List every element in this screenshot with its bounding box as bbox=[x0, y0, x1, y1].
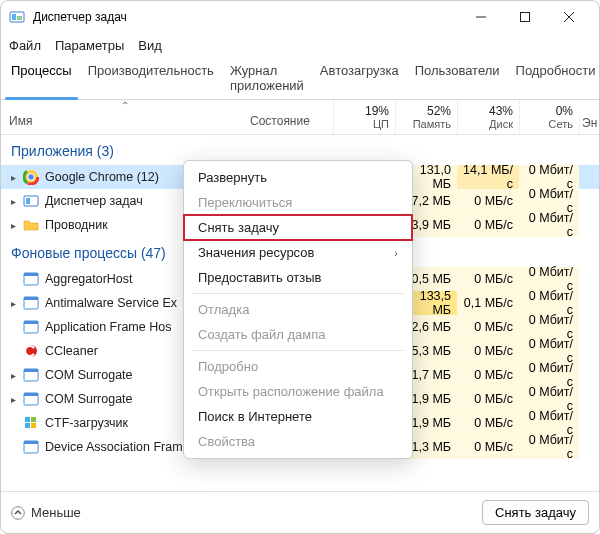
expand-arrow-icon[interactable]: ▸ bbox=[7, 298, 19, 309]
svg-rect-15 bbox=[24, 273, 38, 276]
menu-file[interactable]: Файл bbox=[9, 38, 41, 53]
cell-disk: 0 МБ/с bbox=[457, 315, 519, 339]
process-icon bbox=[23, 169, 39, 185]
expand-arrow-icon[interactable]: ▸ bbox=[7, 394, 19, 405]
cell-extra bbox=[579, 291, 599, 315]
tab-performance[interactable]: Производительность bbox=[80, 57, 222, 99]
cell-extra bbox=[579, 189, 599, 213]
window-title: Диспетчер задач bbox=[33, 10, 459, 24]
tab-apphistory[interactable]: Журнал приложений bbox=[222, 57, 312, 99]
cell-extra bbox=[579, 267, 599, 291]
expand-arrow-icon[interactable]: ▸ bbox=[7, 220, 19, 231]
col-cpu[interactable]: 19%ЦП bbox=[333, 100, 395, 134]
cell-disk: 0 МБ/с bbox=[457, 387, 519, 411]
expand-arrow-icon[interactable]: ▸ bbox=[7, 172, 19, 183]
footer: Меньше Снять задачу bbox=[1, 491, 599, 533]
cell-extra bbox=[579, 411, 599, 435]
cell-extra bbox=[579, 339, 599, 363]
maximize-button[interactable] bbox=[503, 2, 547, 32]
svg-point-31 bbox=[12, 506, 25, 519]
svg-rect-1 bbox=[12, 14, 16, 20]
ctx-search[interactable]: Поиск в Интернете bbox=[184, 404, 412, 429]
tab-startup[interactable]: Автозагрузка bbox=[312, 57, 407, 99]
cell-disk: 0 МБ/с bbox=[457, 435, 519, 459]
svg-rect-19 bbox=[24, 321, 38, 324]
ctx-properties: Свойства bbox=[184, 429, 412, 454]
cell-network: 0 Мбит/с bbox=[519, 165, 579, 189]
process-icon bbox=[23, 217, 39, 233]
expand-arrow-icon[interactable]: ▸ bbox=[7, 442, 19, 453]
close-button[interactable] bbox=[547, 2, 591, 32]
tabstrip: Процессы Производительность Журнал прило… bbox=[1, 57, 599, 100]
minimize-button[interactable] bbox=[459, 2, 503, 32]
process-icon bbox=[23, 439, 39, 455]
col-extra[interactable]: Эн bbox=[579, 112, 599, 134]
cell-disk: 0 МБ/с bbox=[457, 339, 519, 363]
titlebar: Диспетчер задач bbox=[1, 1, 599, 33]
cell-disk: 0 МБ/с bbox=[457, 411, 519, 435]
cell-network: 0 Мбит/с bbox=[519, 339, 579, 363]
ctx-debug: Отладка bbox=[184, 297, 412, 322]
tab-processes[interactable]: Процессы bbox=[3, 57, 80, 99]
tab-users[interactable]: Пользователи bbox=[407, 57, 508, 99]
process-icon bbox=[23, 391, 39, 407]
col-memory[interactable]: 52%Память bbox=[395, 100, 457, 134]
cell-network: 0 Мбит/с bbox=[519, 387, 579, 411]
cell-network: 0 Мбит/с bbox=[519, 213, 579, 237]
cell-disk: 0,1 МБ/с bbox=[457, 291, 519, 315]
svg-rect-30 bbox=[24, 441, 38, 444]
col-disk[interactable]: 43%Диск bbox=[457, 100, 519, 134]
expand-arrow-icon[interactable]: ▸ bbox=[7, 322, 19, 333]
ctx-switch: Переключиться bbox=[184, 190, 412, 215]
menu-options[interactable]: Параметры bbox=[55, 38, 124, 53]
process-icon bbox=[23, 319, 39, 335]
cell-disk: 0 МБ/с bbox=[457, 189, 519, 213]
ctx-end-task[interactable]: Снять задачу bbox=[184, 215, 412, 240]
cell-extra bbox=[579, 387, 599, 411]
cell-network: 0 Мбит/с bbox=[519, 363, 579, 387]
end-task-button[interactable]: Снять задачу bbox=[482, 500, 589, 525]
chevron-up-icon bbox=[11, 506, 25, 520]
cell-network: 0 Мбит/с bbox=[519, 411, 579, 435]
tab-details[interactable]: Подробности bbox=[508, 57, 600, 99]
context-menu: Развернуть Переключиться Снять задачу Зн… bbox=[183, 160, 413, 459]
ctx-feedback[interactable]: Предоставить отзыв bbox=[184, 265, 412, 290]
svg-rect-28 bbox=[31, 423, 36, 428]
col-network[interactable]: 0%Сеть bbox=[519, 100, 579, 134]
expand-arrow-icon[interactable]: ▸ bbox=[7, 196, 19, 207]
ctx-details: Подробно bbox=[184, 354, 412, 379]
svg-rect-26 bbox=[31, 417, 36, 422]
process-icon bbox=[23, 193, 39, 209]
col-name[interactable]: ⌃Имя bbox=[1, 108, 248, 134]
cell-disk: 0 МБ/с bbox=[457, 267, 519, 291]
cell-extra bbox=[579, 165, 599, 189]
ctx-resource-values[interactable]: Значения ресурсов› bbox=[184, 240, 412, 265]
ctx-dump: Создать файл дампа bbox=[184, 322, 412, 347]
process-list: Приложения (3) ▸ Google Chrome (12) 16,5… bbox=[1, 135, 599, 491]
cell-network: 0 Мбит/с bbox=[519, 189, 579, 213]
expand-arrow-icon[interactable]: ▸ bbox=[7, 418, 19, 429]
cell-network: 0 Мбит/с bbox=[519, 435, 579, 459]
expand-arrow-icon[interactable]: ▸ bbox=[7, 346, 19, 357]
svg-rect-22 bbox=[24, 369, 38, 372]
ctx-expand[interactable]: Развернуть bbox=[184, 165, 412, 190]
process-icon bbox=[23, 367, 39, 383]
cell-disk: 0 МБ/с bbox=[457, 213, 519, 237]
cell-disk: 0 МБ/с bbox=[457, 363, 519, 387]
col-state[interactable]: Состояние bbox=[248, 108, 333, 134]
svg-rect-24 bbox=[24, 393, 38, 396]
menubar: Файл Параметры Вид bbox=[1, 33, 599, 57]
cell-network: 0 Мбит/с bbox=[519, 315, 579, 339]
app-icon bbox=[9, 9, 25, 25]
separator bbox=[192, 350, 404, 351]
expand-arrow-icon[interactable]: ▸ bbox=[7, 274, 19, 285]
fewer-details[interactable]: Меньше bbox=[11, 505, 81, 520]
chevron-right-icon: › bbox=[394, 247, 398, 259]
separator bbox=[192, 293, 404, 294]
process-icon bbox=[23, 343, 39, 359]
process-icon bbox=[23, 271, 39, 287]
svg-rect-4 bbox=[521, 13, 530, 22]
expand-arrow-icon[interactable]: ▸ bbox=[7, 370, 19, 381]
menu-view[interactable]: Вид bbox=[138, 38, 162, 53]
column-headers: ⌃Имя Состояние 19%ЦП 52%Память 43%Диск 0… bbox=[1, 100, 599, 135]
